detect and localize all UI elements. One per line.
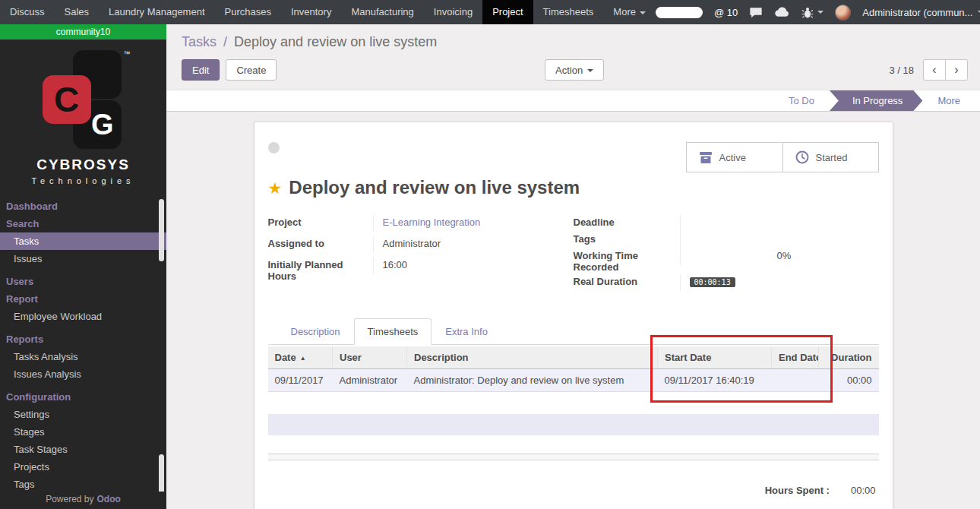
sidebar-item-search[interactable]: Search bbox=[0, 215, 166, 232]
create-button[interactable]: Create bbox=[226, 59, 277, 81]
chevron-down-icon bbox=[817, 11, 824, 14]
sidebar-item-tasks-analysis[interactable]: Tasks Analysis bbox=[0, 348, 166, 365]
pager-buttons: ‹ › bbox=[923, 59, 968, 81]
column-header-end-date[interactable]: End Date bbox=[772, 346, 819, 369]
hours-spent-footer: Hours Spent : 00:00 bbox=[268, 485, 879, 496]
project-value-link[interactable]: E-Learning Integration bbox=[373, 215, 574, 232]
sidebar-item-task-stages[interactable]: Task Stages bbox=[0, 441, 166, 458]
sidebar-item-employee-workload[interactable]: Employee Workload bbox=[0, 308, 166, 325]
systray: @ 10 Administrator (commun... bbox=[656, 5, 980, 21]
cell-duration: 00:00 bbox=[819, 369, 879, 392]
cybrosys-logo: G C ™ bbox=[36, 50, 131, 150]
menu-more[interactable]: More bbox=[603, 0, 656, 24]
pager-previous-button[interactable]: ‹ bbox=[923, 59, 946, 81]
timer-pill[interactable] bbox=[656, 7, 703, 18]
tab-extra-info[interactable]: Extra Info bbox=[432, 318, 501, 345]
menu-laundry-management[interactable]: Laundry Management bbox=[99, 0, 214, 24]
mentions-counter[interactable]: @ 10 bbox=[714, 7, 738, 18]
menu-manufacturing[interactable]: Manufacturing bbox=[341, 0, 423, 24]
brand-block: G C ™ CYBROSYS Technologies bbox=[0, 40, 166, 185]
column-header-user[interactable]: User bbox=[333, 346, 407, 369]
stage-to-do[interactable]: To Do bbox=[773, 90, 830, 111]
menu-discuss[interactable]: Discuss bbox=[0, 0, 55, 24]
field-real-duration: Real Duration 00:00:13 bbox=[574, 274, 879, 291]
sidebar-scrollbar[interactable] bbox=[159, 199, 164, 261]
action-label: Action bbox=[555, 65, 583, 76]
initially-planned-hours-value: 16:00 bbox=[373, 258, 574, 274]
table-header-row: Date▲ User Description Start Date End Da… bbox=[268, 346, 879, 369]
real-duration-value: 00:00:13 bbox=[680, 274, 879, 291]
menu-project[interactable]: Project bbox=[482, 0, 533, 24]
sidebar-item-settings[interactable]: Settings bbox=[0, 406, 166, 423]
sidebar-item-configuration[interactable]: Configuration bbox=[0, 388, 166, 406]
tab-timesheets[interactable]: Timesheets bbox=[354, 318, 432, 345]
bug-icon[interactable] bbox=[801, 7, 824, 18]
tags-label: Tags bbox=[574, 232, 680, 246]
powered-by-odoo[interactable]: Powered byOdoo bbox=[0, 492, 166, 507]
sidebar-item-dashboard[interactable]: Dashboard bbox=[0, 198, 166, 215]
sidebar-item-issues-analysis[interactable]: Issues Analysis bbox=[0, 365, 166, 383]
priority-star-icon[interactable]: ★ bbox=[268, 180, 283, 196]
chat-bubble-icon[interactable] bbox=[749, 7, 763, 18]
left-field-column: Project E-Learning Integration Assigned … bbox=[268, 215, 574, 291]
active-stat-label: Active bbox=[719, 152, 746, 163]
sheet-top: Active Started bbox=[268, 142, 879, 172]
sidebar-item-reports[interactable]: Reports bbox=[0, 330, 166, 348]
resize-divider[interactable] bbox=[268, 454, 879, 460]
stage-in-progress[interactable]: In Progress bbox=[830, 90, 922, 111]
logo-letter-white: G bbox=[91, 109, 114, 141]
hours-spent-label: Hours Spent : bbox=[765, 485, 830, 496]
stage-more[interactable]: More bbox=[922, 90, 980, 111]
archive-icon bbox=[699, 151, 713, 164]
project-label: Project bbox=[268, 215, 373, 229]
tab-description[interactable]: Description bbox=[277, 318, 354, 345]
column-header-start-date[interactable]: Start Date bbox=[658, 346, 772, 369]
cloud-icon[interactable] bbox=[774, 7, 790, 17]
sidebar-item-stages[interactable]: Stages bbox=[0, 423, 166, 441]
column-header-description[interactable]: Description bbox=[407, 346, 658, 369]
control-panel: Tasks / Deploy and review on live system… bbox=[166, 24, 980, 90]
clock-icon bbox=[795, 150, 809, 164]
logo-letter-red: C bbox=[54, 79, 79, 120]
right-field-column: Deadline Tags Working Time Recorded 0% R… bbox=[574, 215, 879, 291]
pager-value: 3 / 18 bbox=[889, 65, 914, 76]
breadcrumb-separator: / bbox=[223, 34, 227, 49]
sidebar-item-tags[interactable]: Tags bbox=[0, 476, 166, 493]
menu-inventory[interactable]: Inventory bbox=[281, 0, 341, 24]
sidebar-item-users[interactable]: Users bbox=[0, 273, 166, 290]
title-row: ★ Deploy and review on live system bbox=[268, 177, 879, 198]
breadcrumb-tasks-link[interactable]: Tasks bbox=[182, 34, 217, 49]
field-groups: Project E-Learning Integration Assigned … bbox=[268, 215, 879, 291]
menu-more-label: More bbox=[613, 6, 636, 17]
assigned-to-value: Administrator bbox=[373, 236, 574, 253]
column-header-duration[interactable]: Duration bbox=[819, 346, 879, 369]
task-title: Deploy and review on live system bbox=[289, 177, 580, 198]
started-stat-label: Started bbox=[816, 152, 848, 163]
sidebar-item-report[interactable]: Report bbox=[0, 290, 166, 308]
pager-next-button[interactable]: › bbox=[945, 59, 968, 81]
edit-button[interactable]: Edit bbox=[182, 59, 220, 81]
sidebar-item-projects[interactable]: Projects bbox=[0, 458, 166, 476]
menu-invoicing[interactable]: Invoicing bbox=[424, 0, 482, 24]
column-header-date[interactable]: Date▲ bbox=[268, 346, 333, 369]
menu-timesheets[interactable]: Timesheets bbox=[533, 0, 604, 24]
user-avatar[interactable] bbox=[835, 5, 851, 21]
menu-purchases[interactable]: Purchases bbox=[215, 0, 281, 24]
started-stat-button[interactable]: Started bbox=[782, 143, 878, 172]
user-menu[interactable]: Administrator (commun... bbox=[862, 7, 972, 18]
active-stat-button[interactable]: Active bbox=[687, 143, 782, 172]
sidebar-scrollbar[interactable] bbox=[159, 454, 164, 497]
sidebar-item-issues[interactable]: Issues bbox=[0, 250, 166, 267]
top-navbar: Discuss Sales Laundry Management Purchas… bbox=[0, 0, 980, 24]
table-row[interactable]: 09/11/2017 Administrator Administrator: … bbox=[268, 369, 879, 392]
deadline-value bbox=[680, 215, 879, 232]
real-duration-label: Real Duration bbox=[574, 274, 680, 289]
menu-sales[interactable]: Sales bbox=[55, 0, 100, 24]
sidebar-item-tasks[interactable]: Tasks bbox=[0, 232, 166, 250]
action-dropdown-button[interactable]: Action bbox=[545, 59, 604, 81]
cell-date: 09/11/2017 bbox=[268, 369, 333, 392]
working-time-recorded-value: 0% bbox=[680, 248, 879, 265]
timesheets-table: Date▲ User Description Start Date End Da… bbox=[268, 346, 879, 392]
odoo-brand-link[interactable]: Odoo bbox=[97, 494, 121, 504]
field-deadline: Deadline bbox=[574, 215, 879, 232]
